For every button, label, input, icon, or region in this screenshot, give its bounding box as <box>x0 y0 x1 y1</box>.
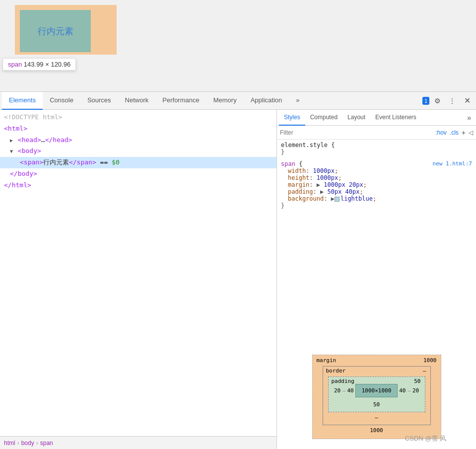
tab-memory[interactable]: Memory <box>206 92 244 110</box>
padding-right-val: 40 <box>398 387 408 394</box>
element-tooltip: span 143.99 × 120.96 <box>2 58 76 71</box>
styles-tab-computed[interactable]: Computed <box>305 110 342 126</box>
preview-inner-element: 行内元素 <box>20 10 91 52</box>
rule-prop-height: height: 1000px; <box>281 174 472 181</box>
dom-line-head[interactable]: ▶ <head>…</head> <box>0 135 276 146</box>
rule-prop-padding: padding: ▶ 50px 40px; <box>281 188 472 195</box>
devtools-panel: Elements Console Sources Network Perform… <box>0 92 476 449</box>
dom-line-doctype: <!DOCTYPE html> <box>0 112 276 123</box>
devtools-body: <!DOCTYPE html> <html> ▶ <head>…</head> … <box>0 110 476 449</box>
breadcrumb-span[interactable]: span <box>40 440 53 447</box>
content-size: 1000×1000 <box>362 387 392 394</box>
margin-left-val: 20 <box>333 387 342 394</box>
tab-more[interactable]: » <box>289 92 306 110</box>
border-dash: – <box>423 368 426 374</box>
preview-outer-element: 行内元素 <box>15 5 117 55</box>
tab-performance[interactable]: Performance <box>155 92 206 110</box>
devtools-tab-icons: 1 ⚙ ⋮ ✕ <box>422 94 474 108</box>
dom-line-html-close[interactable]: </html> <box>0 180 276 191</box>
close-button[interactable]: ✕ <box>460 94 474 108</box>
padding-bottom-val: 50 <box>333 401 421 408</box>
styles-tab-bar: Styles Computed Layout Event Listeners » <box>277 110 476 126</box>
tooltip-tag: span <box>8 61 22 68</box>
breadcrumb-body[interactable]: body <box>21 440 34 447</box>
rule-prop-margin: margin: ▶ 1000px 20px; <box>281 181 472 188</box>
dom-line-html[interactable]: <html> <box>0 123 276 135</box>
close-icon: ✕ <box>464 96 471 105</box>
styles-content[interactable]: element.style { } span { new 1.html:7 wi… <box>277 140 476 350</box>
rule-span: span { new 1.html:7 width: 1000px; heigh… <box>281 160 472 209</box>
filter-bar: :hov .cls + ◁ <box>277 126 476 140</box>
collapse-icon: ▶ <box>10 138 13 143</box>
styles-tab-event-listeners[interactable]: Event Listeners <box>370 110 421 126</box>
filter-plus-button[interactable]: + <box>462 129 466 137</box>
tab-network[interactable]: Network <box>118 92 156 110</box>
filter-input[interactable] <box>280 129 432 136</box>
tab-sources[interactable]: Sources <box>80 92 118 110</box>
styles-tab-layout[interactable]: Layout <box>342 110 370 126</box>
filter-arrow-button[interactable]: ◁ <box>469 129 473 136</box>
filter-cls-button[interactable]: .cls <box>450 129 459 136</box>
margin-label: margin <box>317 357 337 364</box>
rule-span-selector: span { <box>281 160 302 167</box>
dom-tree[interactable]: <!DOCTYPE html> <html> ▶ <head>…</head> … <box>0 110 276 436</box>
margin-expand-icon[interactable]: ▶ <box>317 181 320 188</box>
rule-prop-background: background: ▶lightblue; <box>281 195 472 202</box>
styles-tab-styles[interactable]: Styles <box>279 110 305 126</box>
notification-badge: 1 <box>422 97 429 105</box>
box-model-padding: padding 50 20 – 40 1000×1000 40 – <box>328 376 425 412</box>
settings-button[interactable]: ⚙ <box>430 94 444 108</box>
dom-line-body[interactable]: ▼ <body> <box>0 146 276 157</box>
preview-area: 行内元素 span 143.99 × 120.96 <box>0 0 476 92</box>
box-model-section: margin 1000 border – padding 50 20 – 40 <box>277 350 476 449</box>
background-expand-icon[interactable]: ▶ <box>331 195 335 202</box>
box-model-content: 1000×1000 <box>355 384 398 397</box>
margin-right-val: 20 <box>411 387 421 394</box>
devtools-tab-bar: Elements Console Sources Network Perform… <box>0 92 476 110</box>
rule-source[interactable]: new 1.html:7 <box>433 160 472 167</box>
padding-label: padding <box>332 378 354 384</box>
margin-top-val: 1000 <box>423 357 437 364</box>
box-model-middle-row: 20 – 40 1000×1000 40 – 20 <box>333 382 421 399</box>
margin-left-dash: – <box>342 387 346 394</box>
border-bottom-dash: – <box>328 414 425 421</box>
padding-left-val: 40 <box>345 387 355 394</box>
border-right-dash: – <box>408 387 411 394</box>
border-label: border <box>326 368 346 374</box>
expand-icon: ▼ <box>10 149 13 154</box>
margin-bottom-val: 1000 <box>323 427 431 434</box>
filter-hov-button[interactable]: :hov <box>435 129 447 136</box>
preview-inner-text: 行内元素 <box>38 25 73 37</box>
rule-selector: element.style { <box>281 142 335 149</box>
gear-icon: ⚙ <box>434 97 441 105</box>
more-icon: ⋮ <box>449 97 456 105</box>
styles-panel: Styles Computed Layout Event Listeners » <box>277 110 476 449</box>
tab-application[interactable]: Application <box>244 92 289 110</box>
tab-console[interactable]: Console <box>43 92 80 110</box>
styles-tab-more[interactable]: » <box>464 114 474 122</box>
padding-top-val: 50 <box>414 378 420 384</box>
dom-panel: <!DOCTYPE html> <html> ▶ <head>…</head> … <box>0 110 277 449</box>
rule-prop-width: width: 1000px; <box>281 167 472 174</box>
tab-elements[interactable]: Elements <box>2 92 43 110</box>
box-model-border: border – padding 50 20 – 40 1000×1000 <box>323 366 431 425</box>
breadcrumb-html[interactable]: html <box>4 440 15 447</box>
tooltip-dims: 143.99 × 120.96 <box>24 61 70 68</box>
box-model-margin: margin 1000 border – padding 50 20 – 40 <box>312 355 441 439</box>
rule-element-style: element.style { } <box>281 142 472 155</box>
dom-line-span[interactable]: <span>行内元素</span> == $0 <box>0 157 276 168</box>
dom-breadcrumb: html › body › span <box>0 436 276 449</box>
color-swatch[interactable] <box>335 197 340 202</box>
dom-line-body-close[interactable]: </body> <box>0 168 276 180</box>
more-button[interactable]: ⋮ <box>445 94 459 108</box>
